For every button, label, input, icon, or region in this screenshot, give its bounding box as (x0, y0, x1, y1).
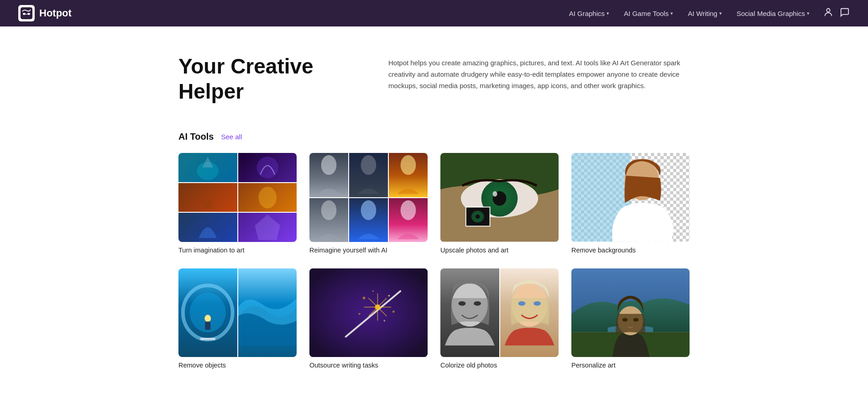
user-icon[interactable] (823, 7, 833, 20)
svg-point-25 (476, 215, 480, 219)
tool-card-colorize[interactable]: Colorize old photos (440, 268, 559, 369)
tool-card-writing[interactable]: Outsource writing tasks (309, 268, 428, 369)
main-content: Your Creative Helper Hotpot helps you cr… (160, 26, 708, 405)
svg-marker-5 (202, 157, 213, 168)
tool-image-upscale (440, 153, 559, 242)
nav-item-ai-graphics[interactable]: AI Graphics ▾ (563, 6, 616, 21)
svg-point-3 (826, 8, 830, 11)
chevron-down-icon: ▾ (719, 10, 722, 16)
section-title: AI Tools (178, 131, 214, 142)
chevron-down-icon: ▾ (670, 10, 673, 16)
svg-point-51 (392, 310, 395, 313)
chevron-down-icon: ▾ (807, 10, 810, 16)
see-all-link[interactable]: See all (221, 133, 242, 141)
svg-point-15 (361, 200, 376, 220)
logo[interactable]: Hotpot (18, 5, 72, 21)
tool-label-remove-objects: Remove objects (178, 362, 297, 369)
tool-image-remove-bg (571, 153, 690, 242)
nav-item-ai-game-tools[interactable]: AI Game Tools ▾ (617, 6, 680, 21)
svg-point-60 (533, 301, 541, 306)
svg-point-14 (321, 200, 337, 220)
tool-image-remove-objects (178, 268, 297, 357)
svg-point-52 (359, 313, 361, 315)
hero-title: Your Creative Helper (178, 54, 352, 104)
hero-left: Your Creative Helper (178, 54, 352, 104)
hero-section: Your Creative Helper Hotpot helps you cr… (178, 54, 690, 104)
tool-card-remove-bg[interactable]: Remove backgrounds (571, 153, 690, 253)
svg-point-50 (388, 294, 390, 296)
nav-item-ai-writing[interactable]: AI Writing ▾ (681, 6, 728, 21)
tool-label-remove-bg: Remove backgrounds (571, 247, 690, 254)
chevron-down-icon: ▾ (607, 10, 609, 16)
svg-point-21 (493, 191, 497, 197)
tool-label-personalize: Personalize art (571, 362, 690, 369)
svg-point-65 (633, 318, 638, 321)
navbar: Hotpot AI Graphics ▾ AI Game Tools ▾ AI … (0, 0, 868, 26)
tool-image-imagination (178, 153, 297, 242)
svg-point-16 (401, 200, 416, 220)
tool-card-upscale[interactable]: Upscale photos and art (440, 153, 559, 253)
logo-text: Hotpot (39, 7, 72, 19)
tool-label-colorize: Colorize old photos (440, 362, 559, 369)
logo-icon (18, 5, 35, 21)
tool-image-reimagine (309, 153, 428, 242)
tool-card-remove-objects[interactable]: Remove objects (178, 268, 297, 369)
svg-point-53 (383, 320, 385, 321)
svg-point-6 (256, 157, 278, 178)
svg-point-12 (361, 155, 376, 175)
svg-point-59 (518, 301, 525, 306)
tools-grid: Turn imagination to art (178, 153, 690, 369)
svg-point-1 (23, 13, 26, 15)
svg-rect-35 (205, 321, 210, 330)
tool-image-colorize (440, 268, 559, 357)
svg-point-34 (204, 315, 211, 322)
tool-card-imagination[interactable]: Turn imagination to art (178, 153, 297, 253)
chat-icon[interactable] (840, 7, 850, 20)
ai-tools-section: AI Tools See all (178, 131, 690, 369)
svg-rect-8 (204, 201, 212, 208)
tool-image-writing (309, 268, 428, 357)
tool-label-reimagine: Reimagine yourself with AI (309, 247, 428, 254)
svg-point-54 (372, 290, 374, 292)
svg-point-64 (622, 318, 628, 321)
tool-label-writing: Outsource writing tasks (309, 362, 428, 369)
svg-point-13 (401, 155, 416, 175)
nav-item-social-media[interactable]: Social Media Graphics ▾ (730, 6, 816, 21)
tool-image-personalize (571, 268, 690, 357)
svg-rect-36 (200, 338, 215, 340)
svg-point-2 (27, 13, 30, 15)
tool-label-upscale: Upscale photos and art (440, 247, 559, 254)
svg-rect-38 (309, 268, 428, 357)
svg-rect-0 (21, 7, 32, 19)
tool-card-personalize[interactable]: Personalize art (571, 268, 690, 369)
section-header: AI Tools See all (178, 131, 690, 142)
svg-point-11 (321, 155, 337, 175)
svg-point-56 (459, 301, 466, 306)
tool-card-reimagine[interactable]: Reimagine yourself with AI (309, 153, 428, 253)
svg-point-49 (363, 296, 366, 299)
hero-description: Hotpot helps you create amazing graphics… (388, 54, 690, 91)
tool-label-imagination: Turn imagination to art (178, 247, 297, 254)
nav-links: AI Graphics ▾ AI Game Tools ▾ AI Writing… (563, 6, 816, 21)
nav-icons (823, 7, 850, 20)
svg-point-57 (474, 301, 481, 306)
svg-point-9 (258, 187, 277, 209)
svg-marker-10 (255, 215, 280, 240)
